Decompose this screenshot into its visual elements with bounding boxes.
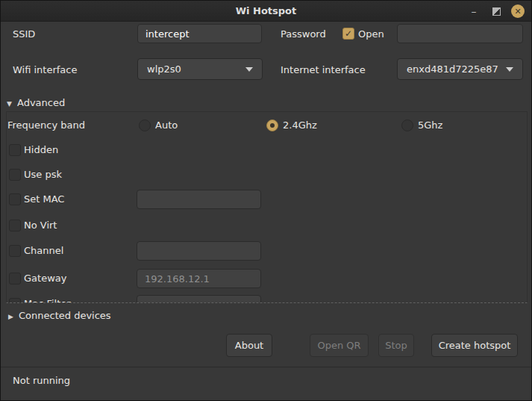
ssid-label: SSID [13,28,35,40]
stop-button[interactable]: Stop [378,334,414,357]
window-title: Wi Hotspot [1,5,531,16]
statusbar-separator [1,367,532,367]
radio-auto-label[interactable]: Auto [155,119,178,131]
password-input[interactable] [397,24,523,43]
internet-interface-dropdown[interactable]: enxd481d7225e87 [397,58,523,80]
no-virt-label[interactable]: No Virt [24,220,57,231]
wifi-interface-dropdown[interactable]: wlp2s0 [137,58,263,80]
close-icon: ✕ [514,7,521,16]
no-virt-checkbox[interactable] [9,220,21,231]
radio-2-4ghz-label[interactable]: 2.4Ghz [283,119,317,131]
set-mac-input[interactable] [137,190,261,209]
hidden-checkbox[interactable] [9,144,21,156]
gateway-input[interactable] [137,269,261,288]
use-psk-label[interactable]: Use psk [24,169,62,180]
wifi-interface-label: Wifi interface [13,64,77,75]
gateway-checkbox[interactable] [9,273,21,285]
wifi-interface-value: wlp2s0 [147,63,245,75]
advanced-label: Advanced [17,97,65,108]
gateway-label[interactable]: Gateway [24,273,66,284]
minimize-icon: – [472,5,477,17]
titlebar[interactable]: Wi Hotspot – ✕ [1,1,531,22]
internet-interface-value: enxd481d7225e87 [407,63,506,75]
internet-interface-label: Internet interface [281,64,366,75]
channel-label[interactable]: Channel [24,245,63,256]
open-checkbox[interactable]: ✓ [342,28,354,40]
frequency-band-label: Frequency band [7,119,85,131]
mac-filter-checkbox[interactable] [9,298,21,303]
radio-auto[interactable] [139,119,151,131]
restore-icon [492,7,501,16]
channel-checkbox[interactable] [9,245,21,257]
radio-5ghz[interactable] [401,119,413,131]
radio-2-4ghz[interactable] [266,119,278,131]
mac-filter-label[interactable]: Mac Filter [24,298,71,303]
advanced-expander[interactable]: ▼Advanced [7,97,65,108]
chevron-down-icon [506,67,513,72]
chevron-down-icon [245,67,253,72]
open-checkbox-label: Open [358,28,384,40]
channel-input[interactable] [137,241,261,261]
advanced-panel: Frequency band Auto 2.4Ghz 5Ghz Hidden U… [6,111,528,303]
create-hotspot-button[interactable]: Create hotspot [431,334,518,357]
set-mac-checkbox[interactable] [9,193,21,205]
connected-devices-label: Connected devices [19,310,111,321]
ssid-input[interactable] [137,24,262,43]
radio-dot-icon [270,123,275,128]
expander-closed-icon: ▶ [8,313,19,320]
about-button[interactable]: About [226,334,272,357]
wi-hotspot-window: Wi Hotspot – ✕ SSID Password ✓ Open Wifi… [0,0,532,401]
close-button[interactable]: ✕ [511,4,525,18]
password-label: Password [281,28,326,40]
radio-5ghz-label[interactable]: 5Ghz [418,119,442,131]
mac-filter-input[interactable] [137,295,261,303]
minimize-button[interactable]: – [467,4,481,18]
restore-button[interactable] [489,4,503,18]
expander-open-icon: ▼ [7,100,17,108]
hidden-label[interactable]: Hidden [24,144,58,155]
status-text: Not running [13,375,70,386]
use-psk-checkbox[interactable] [9,169,21,181]
connected-devices-expander[interactable]: ▶Connected devices [8,310,111,321]
open-qr-button[interactable]: Open QR [310,334,369,357]
check-icon: ✓ [345,28,352,39]
set-mac-label[interactable]: Set MAC [24,193,64,205]
